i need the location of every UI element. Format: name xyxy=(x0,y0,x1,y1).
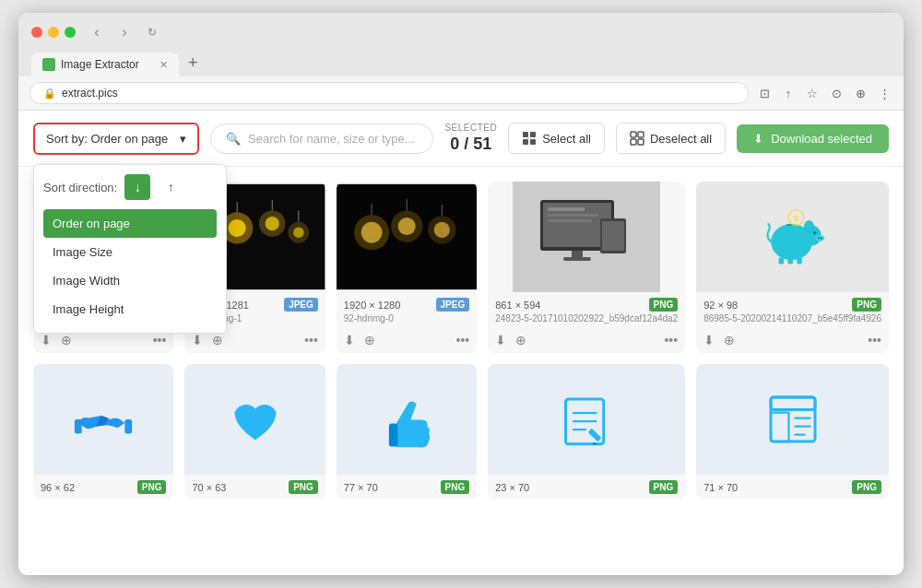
app-topbar: Sort by: Order on page ▾ 🔍 Search for na… xyxy=(18,111,904,167)
image-card: 70 × 63 PNG xyxy=(184,364,325,500)
more-options-icon[interactable]: ••• xyxy=(664,333,678,347)
svg-rect-6 xyxy=(631,139,636,145)
image-thumbnail[interactable] xyxy=(33,364,173,475)
more-options-icon[interactable]: ••• xyxy=(868,333,881,347)
svg-point-63 xyxy=(818,238,820,240)
maximize-window-button[interactable] xyxy=(65,27,76,38)
image-type-badge: PNG xyxy=(649,298,679,312)
image-dims: 861 × 594 xyxy=(495,300,540,311)
url-text: extract.pics xyxy=(62,87,118,100)
sort-ascending-button[interactable]: ↑ xyxy=(158,174,183,200)
image-thumbnail[interactable]: $ xyxy=(696,182,889,292)
sort-option-height[interactable]: Image Height xyxy=(43,295,217,323)
icon-card-img xyxy=(696,364,889,475)
image-dims: 23 × 70 xyxy=(495,482,529,493)
image-info: 1920 × 1280 JPEG 92-hdrimg-0 xyxy=(337,292,477,327)
sort-dropdown[interactable]: Sort by: Order on page ▾ xyxy=(33,123,199,155)
icon-card-img xyxy=(33,364,173,475)
new-tab-button[interactable]: + xyxy=(181,50,206,76)
zoom-icon[interactable]: ⊕ xyxy=(515,333,526,347)
image-dims: 70 × 63 xyxy=(192,482,226,493)
tab-close-button[interactable]: ✕ xyxy=(160,59,168,71)
thumbsup-icon xyxy=(382,390,432,450)
sort-label: Sort by: Order on page xyxy=(46,132,168,146)
sort-option-width[interactable]: Image Width xyxy=(43,266,217,295)
download-action-icon[interactable]: ⬇ xyxy=(703,333,715,347)
sort-option-size[interactable]: Image Size xyxy=(43,238,217,266)
screenshot-icon[interactable]: ⊡ xyxy=(756,85,773,101)
extension-icon[interactable]: ⊕ xyxy=(852,85,869,101)
select-all-button[interactable]: Select all xyxy=(508,123,605,154)
image-thumbnail[interactable] xyxy=(184,364,325,475)
image-meta: 96 × 62 PNG xyxy=(41,480,166,494)
download-action-icon[interactable]: ⬇ xyxy=(495,333,506,347)
download-action-icon[interactable]: ⬇ xyxy=(41,333,52,347)
browser-window: ‹ › ↻ Image Extractor ✕ + 🔒 extract.pics… xyxy=(18,13,904,575)
download-button[interactable]: ⬇ Download selected xyxy=(737,124,889,153)
more-options-icon[interactable]: ••• xyxy=(456,333,470,347)
zoom-icon[interactable]: ⊕ xyxy=(212,333,223,347)
reload-button[interactable]: ↻ xyxy=(142,22,162,42)
zoom-icon[interactable]: ⊕ xyxy=(364,333,375,347)
sort-option-order[interactable]: Order on page xyxy=(43,209,217,238)
zoom-icon[interactable]: ⊕ xyxy=(724,333,735,347)
svg-rect-56 xyxy=(548,219,592,222)
image-dims: 71 × 70 xyxy=(703,482,738,493)
image-info: 70 × 63 PNG xyxy=(184,475,325,500)
image-preview xyxy=(337,182,477,292)
image-meta: 861 × 594 PNG xyxy=(495,298,678,312)
icon-card-img xyxy=(184,364,325,475)
image-card: $ 92 × 98 PNG 86985-5-20200214110207_b5e… xyxy=(696,182,889,353)
sort-descending-button[interactable]: ↓ xyxy=(124,174,150,200)
camera-icon[interactable]: ⊙ xyxy=(828,85,845,101)
svg-point-43 xyxy=(434,222,450,238)
more-icon[interactable]: ⋮ xyxy=(876,85,892,101)
layout-icon xyxy=(765,392,821,447)
more-options-icon[interactable]: ••• xyxy=(153,333,167,347)
svg-rect-66 xyxy=(787,258,793,265)
tab-bar: Image Extractor ✕ + xyxy=(31,50,891,76)
selected-label: SELECTED xyxy=(444,122,497,134)
image-thumbnail[interactable] xyxy=(696,364,889,475)
image-thumbnail[interactable] xyxy=(488,364,685,475)
svg-rect-3 xyxy=(530,139,536,145)
deselect-all-button[interactable]: Deselect all xyxy=(616,123,726,154)
download-action-icon[interactable]: ⬇ xyxy=(344,333,355,347)
image-card: 96 × 62 PNG xyxy=(33,364,173,500)
back-button[interactable]: ‹ xyxy=(87,22,107,42)
minimize-window-button[interactable] xyxy=(48,27,59,38)
svg-rect-77 xyxy=(588,428,602,441)
address-bar[interactable]: 🔒 extract.pics xyxy=(30,82,749,104)
tab-favicon xyxy=(42,58,55,71)
image-type-badge: JPEG xyxy=(284,298,318,312)
share-icon[interactable]: ↑ xyxy=(780,85,797,101)
tab-image-extractor[interactable]: Image Extractor ✕ xyxy=(31,53,179,76)
image-name: 86985-5-20200214110207_b5e45ff9fa4926 xyxy=(703,313,881,323)
search-bar[interactable]: 🔍 Search for name, size or type... xyxy=(210,123,433,154)
svg-rect-5 xyxy=(638,132,644,137)
svg-rect-81 xyxy=(771,413,789,442)
bookmark-icon[interactable]: ☆ xyxy=(804,85,821,101)
deselect-all-label: Deselect all xyxy=(650,132,712,146)
deselect-all-icon xyxy=(630,131,644,146)
svg-rect-70 xyxy=(75,419,82,434)
close-window-button[interactable] xyxy=(31,27,42,38)
image-type-badge: PNG xyxy=(852,480,881,494)
svg-text:$: $ xyxy=(793,213,798,223)
download-action-icon[interactable]: ⬇ xyxy=(192,333,203,347)
forward-button[interactable]: › xyxy=(114,22,135,42)
image-meta: 71 × 70 PNG xyxy=(703,480,881,494)
svg-point-41 xyxy=(397,218,415,235)
image-name: 92-hdrimg-0 xyxy=(344,313,469,323)
more-options-icon[interactable]: ••• xyxy=(304,333,318,347)
image-meta: 70 × 63 PNG xyxy=(192,480,317,494)
svg-rect-1 xyxy=(530,132,536,137)
browser-toolbar: 🔒 extract.pics ⊡ ↑ ☆ ⊙ ⊕ ⋮ xyxy=(18,76,904,111)
zoom-icon[interactable]: ⊕ xyxy=(61,333,72,347)
svg-rect-54 xyxy=(548,207,585,211)
image-thumbnail[interactable] xyxy=(337,182,477,292)
image-card: 77 × 70 PNG xyxy=(337,364,477,500)
image-thumbnail[interactable] xyxy=(488,182,685,292)
svg-point-59 xyxy=(804,221,813,233)
image-thumbnail[interactable] xyxy=(337,364,477,475)
